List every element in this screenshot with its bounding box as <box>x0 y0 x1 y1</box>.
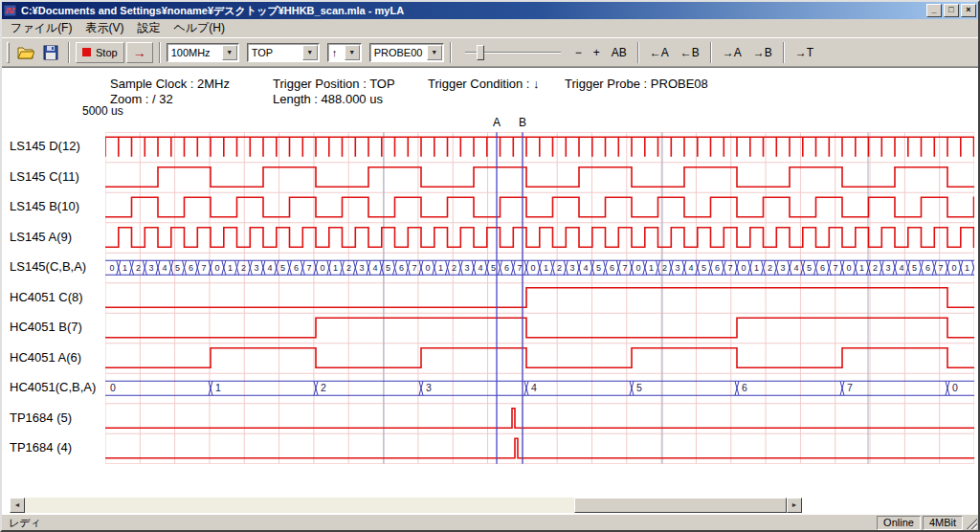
stop-label: Stop <box>96 47 118 58</box>
bus-value: 2 <box>136 263 141 273</box>
zoom-out-button[interactable]: − <box>570 42 587 63</box>
app-window: C:¥Documents and Settings¥noname¥デスクトップ¥… <box>0 0 980 532</box>
goto-marker-a-right-button[interactable]: →A <box>718 42 746 63</box>
bus-value: 6 <box>189 263 193 273</box>
sample-clock-info: Sample Clock : 2MHz <box>110 77 230 91</box>
scrollbar-thumb[interactable] <box>574 498 787 513</box>
resize-grip-icon[interactable] <box>965 517 977 529</box>
close-button[interactable]: × <box>961 4 976 17</box>
scroll-left-icon[interactable]: ◄ <box>10 498 25 513</box>
bus-value: 3 <box>255 263 259 273</box>
bus-value: 7 <box>307 263 312 273</box>
goto-marker-b-left-button[interactable]: ←B <box>676 42 704 63</box>
bus-value: 5 <box>175 263 180 273</box>
signal-label: HC4051 C(8) <box>10 290 83 305</box>
stop-button[interactable]: Stop <box>76 42 124 63</box>
signal-label: LS145 D(12) <box>10 139 80 154</box>
trigger-position-select[interactable]: TOP ▼ <box>247 43 320 62</box>
zoom-slider-thumb[interactable] <box>477 45 484 60</box>
bus-value: 6 <box>610 263 614 273</box>
bus-value: 5 <box>491 263 496 273</box>
bus-value: 7 <box>412 263 417 273</box>
goto-marker-b-right-button[interactable]: →B <box>748 42 777 63</box>
open-button[interactable] <box>14 42 37 63</box>
bus-value: 4 <box>162 263 167 273</box>
bus-value: 7 <box>847 382 853 393</box>
sample-clock-select[interactable]: 100MHz ▼ <box>167 43 239 62</box>
timeline-start-label: 5000 us <box>82 104 123 118</box>
bus-value: 7 <box>202 263 207 273</box>
marker-label-a[interactable]: A <box>488 116 505 129</box>
bus-value: 4 <box>688 263 693 273</box>
bus-value: 0 <box>530 263 535 273</box>
toolbar-separator <box>68 42 70 63</box>
bus-value: 4 <box>899 263 903 273</box>
window-title: C:¥Documents and Settings¥noname¥デスクトップ¥… <box>21 4 924 18</box>
toolbar-separator <box>783 42 785 63</box>
folder-open-icon <box>17 45 34 60</box>
floppy-save-icon <box>43 45 58 60</box>
title-bar[interactable]: C:¥Documents and Settings¥noname¥デスクトップ¥… <box>2 2 978 19</box>
trigger-probe-value: PROBE00 <box>370 47 427 58</box>
bus-value: 2 <box>241 263 246 273</box>
zoom-in-button[interactable]: + <box>589 42 605 63</box>
signal-label: LS145 B(10) <box>10 199 79 214</box>
toolbar-separator <box>159 42 161 63</box>
toolbar-separator <box>637 42 639 63</box>
maximize-button[interactable]: □ <box>944 4 959 17</box>
marker-label-b[interactable]: B <box>514 116 531 129</box>
bus-value: 1 <box>965 263 969 273</box>
menu-file[interactable]: ファイル(F) <box>4 18 78 38</box>
menu-bar: ファイル(F) 表示(V) 設定 ヘルプ(H) <box>2 19 978 37</box>
dropdown-arrow-icon[interactable]: ▼ <box>302 45 318 60</box>
goto-marker-a-left-button[interactable]: ←A <box>645 42 674 63</box>
menu-settings[interactable]: 設定 <box>130 18 167 38</box>
toolbar: Stop → 100MHz ▼ TOP ▼ ↑ ▼ PROBE00 ▼ − + … <box>2 37 978 67</box>
bus-value: 6 <box>820 263 825 273</box>
trigger-probe-info: Trigger Probe : PROBE08 <box>565 77 708 91</box>
zoom-slider[interactable] <box>463 42 563 63</box>
bus-value: 0 <box>846 263 851 273</box>
signal-label: HC4051(C,B,A) <box>10 380 96 395</box>
menu-view[interactable]: 表示(V) <box>78 18 130 38</box>
signal-label: LS145(C,B,A) <box>10 259 86 275</box>
dropdown-arrow-icon[interactable]: ▼ <box>427 45 442 60</box>
trace-2 <box>105 197 974 217</box>
trace-5 <box>105 288 974 308</box>
dropdown-arrow-icon[interactable]: ▼ <box>345 45 360 60</box>
toolbar-separator <box>710 42 712 63</box>
bus-value: 7 <box>834 263 838 273</box>
bus-value: 5 <box>912 263 917 273</box>
bus-value: 2 <box>557 263 562 273</box>
save-button[interactable] <box>39 42 62 63</box>
bus-value: 2 <box>662 263 667 273</box>
trigger-probe-select[interactable]: PROBE00 ▼ <box>369 43 444 62</box>
toolbar-grip[interactable] <box>7 42 10 63</box>
bus-value: 0 <box>320 263 324 273</box>
bus-value: 3 <box>886 263 891 273</box>
minimize-button[interactable]: _ <box>926 4 942 17</box>
trace-1 <box>105 167 974 188</box>
run-button[interactable]: → <box>126 42 153 63</box>
trace-3 <box>105 228 974 248</box>
stop-icon <box>82 48 91 56</box>
bus-value: 0 <box>741 263 746 273</box>
scroll-right-icon[interactable]: ► <box>787 498 802 513</box>
trigger-edge-select[interactable]: ↑ ▼ <box>327 43 362 62</box>
bus-value: 1 <box>228 263 233 273</box>
trigger-condition-info: Trigger Condition : ↓ <box>428 77 540 91</box>
horizontal-scrollbar[interactable]: ◄ ► <box>10 498 802 513</box>
waveform-plot[interactable]: 0123456701234567012345670123456701234567… <box>105 132 974 464</box>
bus-value: 3 <box>781 263 786 273</box>
goto-trigger-button[interactable]: →T <box>791 42 818 63</box>
ab-button[interactable]: AB <box>607 42 632 63</box>
trace-10 <box>105 438 974 458</box>
bus-value: 1 <box>438 263 443 273</box>
dropdown-arrow-icon[interactable]: ▼ <box>222 45 237 60</box>
bus-value: 7 <box>623 263 628 273</box>
signal-label: HC4051 B(7) <box>10 320 82 335</box>
menu-help[interactable]: ヘルプ(H) <box>167 18 232 38</box>
bus-value: 6 <box>399 263 404 273</box>
status-memory-badge: 4MBit <box>923 516 963 530</box>
bus-value: 6 <box>504 263 509 273</box>
